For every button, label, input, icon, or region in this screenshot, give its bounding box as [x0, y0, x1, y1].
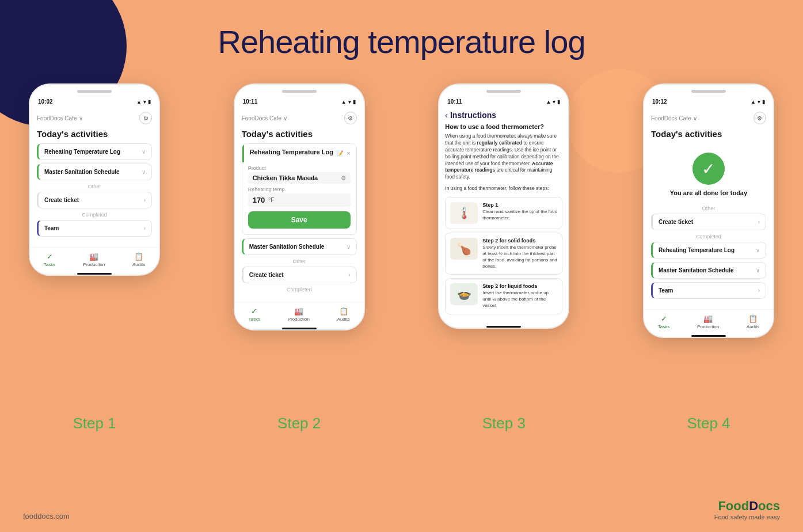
audits-icon: 📋 — [339, 307, 348, 316]
phone2-other-label: Other — [242, 259, 357, 264]
brand-tagline: Food safety made easy — [714, 514, 780, 520]
back-icon[interactable]: ‹ — [445, 111, 448, 120]
phone2-nav-production[interactable]: 🏭 Production — [288, 307, 310, 322]
phone2-ticket-label: Create ticket — [249, 272, 284, 278]
phone4-settings-icon[interactable]: ⚙ — [753, 112, 766, 124]
step-label-2: Step 2 — [234, 415, 365, 432]
phone3-step2liquid-card: 🍲 Step 2 for liquid foods Insert the the… — [445, 278, 562, 314]
instructions-subtitle: How to use a food thermometer? — [445, 123, 562, 130]
tasks-label: Tasks — [658, 324, 669, 329]
phone1-sanitation-label: Master Sanitation Schedule — [44, 169, 120, 175]
product-label: Product — [248, 165, 351, 171]
tasks-label: Tasks — [249, 317, 260, 322]
phone2-sanitation[interactable]: Master Sanitation Schedule ∨ — [242, 238, 357, 255]
phone1-item-reheating[interactable]: Reheating Temperature Log ∨ — [37, 143, 152, 160]
phone4-notch — [691, 90, 726, 93]
phone1-sanitation-check: ∨ — [142, 169, 146, 175]
done-text: You are all done for today — [670, 189, 747, 196]
phone2-settings-icon[interactable]: ⚙ — [344, 112, 357, 124]
battery-icon: ▮ — [762, 99, 765, 105]
phone1-ticket-chevron: › — [144, 197, 146, 203]
phone2-nav-tasks[interactable]: ✓ Tasks — [249, 307, 260, 322]
phone1-team-item[interactable]: Team › — [37, 220, 152, 237]
phone4-reheating-check: ∨ — [756, 247, 760, 253]
phone-1: 10:02 ▲ ▾ ▮ FoodDocs Cafe ∨ ⚙ Today's ac… — [29, 83, 160, 276]
audits-icon: 📋 — [748, 314, 758, 323]
phone1-nav-audits[interactable]: 📋 Audits — [132, 252, 145, 267]
phone1-cafe-name: FoodDocs Cafe ∨ — [37, 114, 83, 122]
step2liquid-body: Insert the thermometer probe up until ¼ … — [482, 290, 557, 309]
phone4-nav-production[interactable]: 🏭 Production — [697, 314, 719, 329]
phone4-header: FoodDocs Cafe ∨ ⚙ — [651, 112, 766, 124]
phone2-section-title: Today's activities — [242, 129, 357, 139]
temp-label: Reheating temp. — [248, 187, 351, 192]
step2liquid-img: 🍲 — [450, 283, 478, 305]
signal-icon: ▲ — [341, 99, 347, 105]
phone2-expanded-header[interactable]: Reheating Temperature Log 📝 × — [242, 144, 356, 162]
phone1-settings-icon[interactable]: ⚙ — [139, 112, 152, 124]
close-icon[interactable]: × — [347, 150, 350, 157]
step2solid-text: Step 2 for solid foods Slowly insert the… — [482, 238, 557, 269]
phone2-notch-bar — [235, 85, 364, 97]
audits-icon: 📋 — [134, 252, 143, 261]
phone1-nav-production[interactable]: 🏭 Production — [83, 252, 105, 267]
phone4-nav-tasks[interactable]: ✓ Tasks — [658, 314, 669, 329]
phone4-ticket-chevron: › — [758, 219, 760, 225]
step1-body: Clean and sanitize the tip of the food t… — [482, 209, 557, 222]
back-row: ‹ Instructions — [445, 111, 562, 120]
step-labels: Step 1 Step 2 Step 3 Step 4 — [29, 415, 774, 432]
phone4-ticket-label: Create ticket — [659, 219, 693, 225]
brand-logo: FoodDocs Food safety made easy — [714, 499, 780, 520]
product-field[interactable]: Chicken Tikka Masala ⚙ — [248, 172, 351, 184]
instructions-title: Instructions — [450, 111, 496, 120]
tasks-icon: ✓ — [251, 307, 257, 316]
phone4-other-label: Other — [651, 206, 766, 211]
phone1-team-chevron: › — [144, 225, 146, 231]
phone1-nav-tasks[interactable]: ✓ Tasks — [44, 252, 55, 267]
phone3-time: 10:11 — [447, 98, 462, 105]
phone4-nav-audits[interactable]: 📋 Audits — [747, 314, 759, 329]
phone1-time: 10:02 — [38, 98, 53, 105]
battery-icon: ▮ — [557, 99, 560, 105]
production-icon: 🏭 — [294, 307, 303, 316]
phone3-status-icons: ▲ ▾ ▮ — [546, 99, 560, 105]
phone2-form-body: Product Chicken Tikka Masala ⚙ Reheating… — [242, 165, 356, 234]
phone2-nav-audits[interactable]: 📋 Audits — [337, 307, 350, 322]
temp-value: 170 — [253, 196, 265, 204]
signal-icon: ▲ — [546, 99, 551, 105]
phone1-home-bar — [77, 273, 112, 275]
phone1-create-ticket[interactable]: Create ticket › — [37, 192, 152, 208]
phone4-team[interactable]: Team › — [651, 282, 766, 299]
phone4-reheating[interactable]: Reheating Temperature Log ∨ — [651, 242, 766, 259]
temp-field[interactable]: 170 °F — [248, 193, 351, 207]
temp-unit: °F — [268, 197, 274, 203]
phone4-sanitation-check: ∨ — [756, 267, 760, 273]
phone4-nav: ✓ Tasks 🏭 Production 📋 Audits — [644, 309, 773, 333]
tasks-icon: ✓ — [47, 252, 53, 261]
phone2-cafe-name: FoodDocs Cafe ∨ — [242, 114, 288, 122]
tasks-icon: ✓ — [661, 314, 667, 323]
phone2-create-ticket[interactable]: Create ticket › — [242, 267, 357, 283]
wifi-icon: ▾ — [553, 99, 555, 105]
phone1-team-label: Team — [44, 225, 59, 231]
done-section: ✓ You are all done for today — [651, 143, 766, 202]
phone1-item-sanitation[interactable]: Master Sanitation Schedule ∨ — [37, 164, 152, 180]
phone4-create-ticket[interactable]: Create ticket › — [651, 214, 766, 230]
save-button[interactable]: Save — [248, 211, 351, 229]
phone4-content: FoodDocs Cafe ∨ ⚙ Today's activities ✓ Y… — [644, 107, 773, 309]
phone2-ticket-chevron: › — [348, 272, 350, 278]
phones-container: 10:02 ▲ ▾ ▮ FoodDocs Cafe ∨ ⚙ Today's ac… — [29, 83, 774, 338]
phone-4: 10:12 ▲ ▾ ▮ FoodDocs Cafe ∨ ⚙ Today's ac… — [643, 83, 774, 338]
phone2-sanitation-label: Master Sanitation Schedule — [249, 244, 325, 250]
audits-label: Audits — [132, 262, 145, 267]
phone4-sanitation[interactable]: Master Sanitation Schedule ∨ — [651, 262, 766, 279]
page-title: Reheating temperature log — [0, 23, 803, 60]
wifi-icon: ▾ — [348, 99, 351, 105]
edit-icon: 📝 — [336, 150, 343, 157]
phone2-status-bar: 10:11 ▲ ▾ ▮ — [235, 97, 364, 107]
phone-2: 10:11 ▲ ▾ ▮ FoodDocs Cafe ∨ ⚙ Today's ac… — [234, 83, 365, 330]
production-label: Production — [288, 317, 310, 322]
phone1-content: FoodDocs Cafe ∨ ⚙ Today's activities Reh… — [30, 107, 159, 247]
audits-label: Audits — [747, 324, 759, 329]
production-label: Production — [697, 324, 719, 329]
